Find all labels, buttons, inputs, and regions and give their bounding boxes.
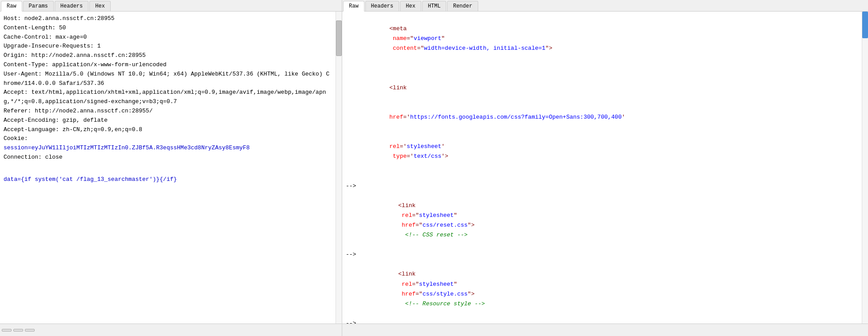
header-content-type: Content-Type: application/x-www-form-url…	[4, 60, 332, 70]
header-cache-control: Cache-Control: max-age=0	[4, 33, 332, 42]
header-host: Host: node2.anna.nssctf.cn:28955	[4, 14, 332, 24]
main-container: Raw Params Headers Hex Host: node2.anna.…	[0, 0, 868, 336]
blank-line	[4, 162, 332, 172]
right-scrollbar[interactable]	[862, 12, 868, 324]
header-accept: Accept: text/html,application/xhtml+xml,…	[4, 88, 332, 107]
left-bottom-bar	[0, 324, 342, 336]
header-content-length: Content-Length: 50	[4, 24, 332, 33]
header-upgrade: Upgrade-Insecure-Requests: 1	[4, 42, 332, 51]
tab-raw-left[interactable]: Raw	[1, 1, 22, 12]
right-content-area: <meta name="viewport" content="width=dev…	[342, 12, 862, 324]
left-bottom-btn-2[interactable]	[13, 329, 23, 332]
left-content-area: Host: node2.anna.nssctf.cn:28955 Content…	[0, 12, 336, 324]
tab-raw-right[interactable]: Raw	[343, 1, 364, 12]
right-panel: Raw Headers Hex HTML Render <meta name="…	[342, 0, 868, 336]
right-tab-bar: Raw Headers Hex HTML Render	[342, 0, 868, 12]
header-accept-language: Accept-Language: zh-CN,zh;q=0.9,en;q=0.8	[4, 125, 332, 135]
right-bottom-bar	[342, 324, 868, 336]
tab-render[interactable]: Render	[447, 1, 478, 11]
tab-headers-left[interactable]: Headers	[55, 1, 88, 11]
tab-hex-left[interactable]: Hex	[89, 1, 111, 11]
header-user-agent: User-Agent: Mozilla/5.0 (Windows NT 10.0…	[4, 70, 332, 88]
tab-headers-right[interactable]: Headers	[365, 1, 399, 11]
html-line-link-reset: <link rel="stylesheet" href="css/reset.c…	[364, 191, 858, 250]
header-referer: Referer: http://node2.anna.nssctf.cn:289…	[4, 107, 332, 116]
header-origin: Origin: http://node2.anna.nssctf.cn:2895…	[4, 51, 332, 60]
left-bottom-btn-3[interactable]	[25, 329, 35, 332]
html-line-link-href: href='https://fonts.googleapis.com/css?f…	[355, 103, 858, 132]
tab-hex-right[interactable]: Hex	[400, 1, 421, 11]
header-cookie-label: Cookie:	[4, 134, 332, 144]
left-panel: Raw Params Headers Hex Host: node2.anna.…	[0, 0, 342, 336]
html-line-link-style: <link rel="stylesheet" href="css/style.c…	[364, 260, 858, 319]
blank-right-2	[346, 172, 858, 181]
html-line-link-rel: rel='stylesheet' type='text/css'>	[355, 132, 858, 171]
left-content-wrapper: Host: node2.anna.nssctf.cn:28955 Content…	[0, 12, 342, 324]
left-bottom-btn-1[interactable]	[2, 329, 12, 332]
html-line-link-open: <link	[355, 73, 858, 103]
header-connection: Connection: close	[4, 153, 332, 162]
post-data: data={if system('cat /flag_13_searchmast…	[4, 175, 332, 184]
tab-params[interactable]: Params	[23, 1, 54, 11]
left-scrollbar[interactable]	[336, 12, 342, 324]
html-line-meta: <meta name="viewport" content="width=dev…	[355, 14, 858, 63]
tab-html[interactable]: HTML	[422, 1, 447, 11]
blank-right-1	[346, 63, 858, 73]
header-cookie-value: session=eyJuYW1lIljoiMTIzMTIzMTIzIn0.ZJB…	[4, 144, 332, 153]
left-scrollbar-thumb[interactable]	[336, 20, 342, 56]
right-scrollbar-thumb[interactable]	[862, 12, 868, 38]
header-accept-encoding: Accept-Encoding: gzip, deflate	[4, 116, 332, 125]
right-content-wrapper: <meta name="viewport" content="width=dev…	[342, 12, 868, 324]
left-tab-bar: Raw Params Headers Hex	[0, 0, 342, 12]
